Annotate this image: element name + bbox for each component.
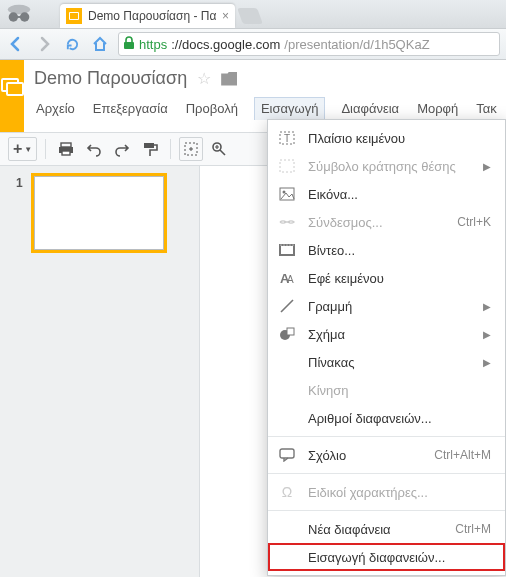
home-button[interactable] bbox=[90, 34, 110, 54]
url-scheme: https bbox=[139, 37, 167, 52]
browser-tab-strip: Demo Παρουσίαση - Πα × bbox=[0, 0, 506, 28]
zoom-button[interactable] bbox=[207, 137, 231, 161]
menu-item-κ-νηση: Κίνηση bbox=[268, 376, 505, 404]
menu-item-label: Εφέ κειμένου bbox=[308, 271, 491, 286]
menu-μορφή[interactable]: Μορφή bbox=[415, 97, 460, 120]
paint-format-button[interactable] bbox=[138, 137, 162, 161]
link-icon bbox=[278, 217, 296, 227]
submenu-arrow-icon: ▶ bbox=[483, 357, 491, 368]
line-icon bbox=[278, 298, 296, 314]
incognito-icon bbox=[4, 2, 34, 26]
lock-icon bbox=[123, 36, 135, 53]
undo-button[interactable] bbox=[82, 137, 106, 161]
svg-rect-23 bbox=[279, 254, 295, 256]
folder-icon[interactable] bbox=[221, 72, 237, 86]
omega-icon: Ω bbox=[278, 484, 296, 500]
submenu-arrow-icon: ▶ bbox=[483, 301, 491, 312]
menu-item-label: Βίντεο... bbox=[308, 243, 491, 258]
textbox-icon: T bbox=[278, 131, 296, 145]
menu-item-label: Εισαγωγή διαφανειών... bbox=[308, 550, 491, 565]
menu-item-label: Κίνηση bbox=[308, 383, 491, 398]
menu-item-label: Ειδικοί χαρακτήρες... bbox=[308, 485, 491, 500]
svg-rect-21 bbox=[281, 246, 293, 254]
browser-nav-bar: https://docs.google.com/presentation/d/1… bbox=[0, 28, 506, 60]
toolbar-separator bbox=[170, 139, 171, 159]
svg-rect-5 bbox=[70, 13, 78, 19]
menu-separator bbox=[268, 510, 505, 511]
star-icon[interactable]: ☆ bbox=[197, 69, 211, 88]
menu-item-εισαγωγ-διαφανει-ν-[interactable]: Εισαγωγή διαφανειών... bbox=[268, 543, 505, 571]
menu-item-γραμμ-[interactable]: Γραμμή▶ bbox=[268, 292, 505, 320]
svg-rect-9 bbox=[61, 143, 71, 147]
svg-rect-6 bbox=[124, 42, 134, 49]
svg-rect-11 bbox=[62, 151, 70, 155]
menu-item-ειδικο-χαρακτ-ρες-: ΩΕιδικοί χαρακτήρες... bbox=[268, 478, 505, 506]
toolbar-separator bbox=[45, 139, 46, 159]
slide-number: 1 bbox=[16, 176, 23, 190]
tab-title: Demo Παρουσίαση - Πα bbox=[88, 9, 216, 23]
svg-point-24 bbox=[280, 244, 281, 245]
menu-item-label: Νέα διαφάνεια bbox=[308, 522, 443, 537]
document-title[interactable]: Demo Παρουσίαση bbox=[34, 68, 187, 89]
menu-επεξεργασία[interactable]: Επεξεργασία bbox=[91, 97, 170, 120]
menu-separator bbox=[268, 473, 505, 474]
menu-item-π-νακας[interactable]: Πίνακας▶ bbox=[268, 348, 505, 376]
menu-item-label: Γραμμή bbox=[308, 299, 471, 314]
slide-thumbnails-panel: 1 bbox=[0, 166, 200, 577]
url-path: /presentation/d/1h5QKaZ bbox=[284, 37, 429, 52]
slide-thumb-canvas bbox=[34, 176, 164, 250]
svg-rect-12 bbox=[144, 143, 154, 148]
print-button[interactable] bbox=[54, 137, 78, 161]
menu-shortcut: Ctrl+M bbox=[455, 522, 491, 536]
svg-rect-17 bbox=[280, 160, 294, 172]
redo-button[interactable] bbox=[110, 137, 134, 161]
menu-item-σχ-μα[interactable]: Σχήμα▶ bbox=[268, 320, 505, 348]
svg-point-28 bbox=[292, 244, 293, 245]
reload-button[interactable] bbox=[62, 34, 82, 54]
comment-icon bbox=[278, 448, 296, 462]
menu-item-label: Σύμβολο κράτησης θέσης bbox=[308, 159, 471, 174]
menu-item-σχ-λιο[interactable]: ΣχόλιοCtrl+Alt+M bbox=[268, 441, 505, 469]
new-tab-button[interactable] bbox=[237, 8, 263, 24]
menu-shortcut: Ctrl+Alt+M bbox=[434, 448, 491, 462]
svg-point-27 bbox=[289, 244, 290, 245]
svg-rect-32 bbox=[287, 328, 294, 335]
menu-shortcut: Ctrl+K bbox=[457, 215, 491, 229]
tab-close-icon[interactable]: × bbox=[222, 9, 229, 23]
menu-αρχείο[interactable]: Αρχείο bbox=[34, 97, 77, 120]
url-bar[interactable]: https://docs.google.com/presentation/d/1… bbox=[118, 32, 500, 56]
menu-item-εικ-να-[interactable]: Εικόνα... bbox=[268, 180, 505, 208]
svg-text:A: A bbox=[287, 274, 294, 285]
image-icon bbox=[278, 187, 296, 201]
svg-rect-3 bbox=[16, 16, 22, 18]
menu-item-αριθμο-διαφανει-ν-[interactable]: Αριθμοί διαφανειών... bbox=[268, 404, 505, 432]
menu-item-ν-α-διαφ-νεια[interactable]: Νέα διαφάνειαCtrl+M bbox=[268, 515, 505, 543]
svg-rect-8 bbox=[7, 83, 23, 95]
svg-point-26 bbox=[286, 244, 287, 245]
slides-logo[interactable] bbox=[0, 60, 24, 132]
browser-tab[interactable]: Demo Παρουσίαση - Πα × bbox=[60, 4, 235, 28]
submenu-arrow-icon: ▶ bbox=[483, 329, 491, 340]
menu-item-β-ντεο-[interactable]: Βίντεο... bbox=[268, 236, 505, 264]
forward-button[interactable] bbox=[34, 34, 54, 54]
menu-item-εφ-κειμ-νου[interactable]: AAΕφέ κειμένου bbox=[268, 264, 505, 292]
menu-διαφάνεια[interactable]: Διαφάνεια bbox=[339, 97, 401, 120]
slide-thumbnail[interactable]: 1 bbox=[34, 176, 193, 250]
menu-item-πλα-σιο-κειμ-νου[interactable]: TΠλαίσιο κειμένου bbox=[268, 124, 505, 152]
new-slide-button[interactable]: +▼ bbox=[8, 137, 37, 161]
zoom-fit-button[interactable] bbox=[179, 137, 203, 161]
menu-εισαγωγή[interactable]: Εισαγωγή bbox=[254, 97, 325, 120]
menu-item-label: Πίνακας bbox=[308, 355, 471, 370]
shape-icon bbox=[278, 327, 296, 341]
menu-item-label: Σύνδεσμος... bbox=[308, 215, 445, 230]
menubar: ΑρχείοΕπεξεργασίαΠροβολήΕισαγωγήΔιαφάνει… bbox=[34, 97, 499, 120]
menu-τακ[interactable]: Τακ bbox=[474, 97, 499, 120]
submenu-arrow-icon: ▶ bbox=[483, 161, 491, 172]
back-button[interactable] bbox=[6, 34, 26, 54]
svg-point-0 bbox=[8, 5, 31, 14]
menu-προβολή[interactable]: Προβολή bbox=[184, 97, 240, 120]
placeholder-icon bbox=[278, 159, 296, 173]
menu-item-label: Σχόλιο bbox=[308, 448, 422, 463]
menu-item-label: Αριθμοί διαφανειών... bbox=[308, 411, 491, 426]
menu-separator bbox=[268, 436, 505, 437]
